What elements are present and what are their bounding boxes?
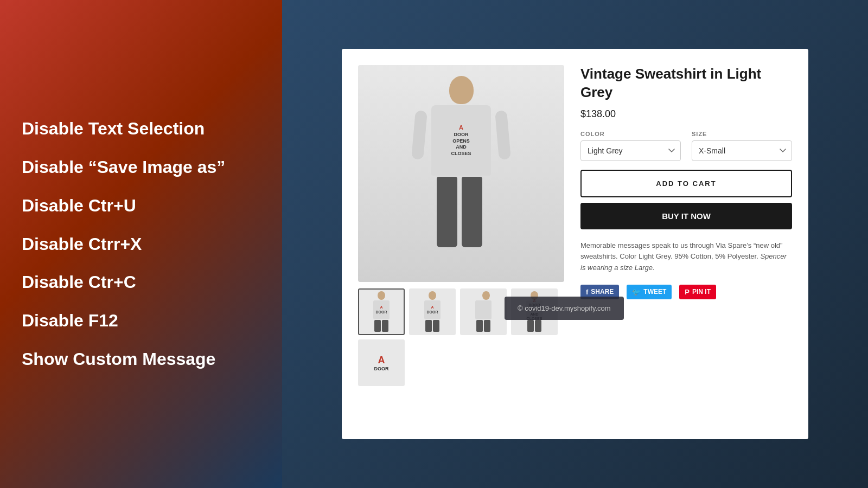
thumbnail-3[interactable] — [460, 288, 507, 335]
facebook-share-label: SHARE — [591, 288, 614, 296]
color-option-group: COLOR Light Grey Dark Grey Navy Black — [580, 131, 681, 161]
feature-item-5: Disable Ctr+C — [22, 266, 260, 299]
color-label: COLOR — [580, 131, 681, 137]
mini-leg-r1 — [382, 320, 388, 332]
product-card: ADOOROPENSANDCLOSES — [342, 49, 808, 439]
add-to-cart-button[interactable]: ADD TO CART — [580, 170, 792, 197]
main-product-image: ADOOROPENSANDCLOSES — [358, 65, 564, 282]
mini-legs-3 — [476, 320, 490, 332]
man-leg-right — [462, 177, 482, 247]
product-info: Vintage Sweatshirt in Light Grey $138.00… — [580, 65, 792, 386]
mini-head-3 — [482, 291, 490, 300]
man-leg-left — [437, 177, 457, 247]
image-section: ADOOROPENSANDCLOSES — [358, 65, 564, 386]
product-title: Vintage Sweatshirt in Light Grey — [580, 65, 792, 102]
mini-legs-4 — [527, 320, 541, 332]
buy-it-now-button[interactable]: BUY IT NOW — [580, 203, 792, 229]
feature-item-7: Show Custom Message — [22, 343, 260, 376]
man-arms — [423, 111, 499, 159]
man-legs — [437, 177, 486, 247]
size-option-group: SIZE X-Small Small Medium Large X-Large — [692, 131, 792, 161]
mini-leg-l1 — [374, 320, 381, 332]
mini-body-3 — [475, 300, 492, 319]
mini-head-1 — [378, 291, 385, 300]
thumb-text-2: ADOOR — [427, 305, 438, 314]
feature-item-1: Disable Text Selection — [22, 112, 260, 145]
thumb-letter-a: A — [378, 355, 385, 365]
left-panel: Disable Text Selection Disable “Save Ima… — [0, 0, 282, 488]
twitter-icon: 🐦 — [632, 288, 641, 296]
mini-leg-l3 — [476, 320, 483, 332]
mini-body-2: ADOOR — [424, 300, 441, 319]
thumbnail-5-content: A DOOR — [374, 355, 389, 371]
pinterest-icon: P — [685, 288, 690, 296]
man-head — [449, 76, 474, 104]
mini-legs-2 — [425, 320, 439, 332]
thumbnail-row-2: A DOOR — [358, 339, 564, 386]
mini-leg-l2 — [425, 320, 432, 332]
mini-figure-3 — [473, 291, 494, 332]
feature-item-6: Disable F12 — [22, 304, 260, 337]
twitter-share-button[interactable]: 🐦 TWEET — [627, 285, 672, 299]
mini-leg-r4 — [535, 320, 541, 332]
man-body: ADOOROPENSANDCLOSES — [431, 105, 491, 176]
product-layout: ADOOROPENSANDCLOSES — [358, 65, 792, 386]
size-label: SIZE — [692, 131, 792, 137]
thumbnail-1[interactable]: ADOOR — [358, 288, 405, 335]
options-row: COLOR Light Grey Dark Grey Navy Black SI… — [580, 131, 792, 161]
product-price: $138.00 — [580, 108, 792, 120]
thumb-text-1: ADOOR — [376, 305, 387, 314]
mini-head-2 — [429, 291, 436, 300]
twitter-share-label: TWEET — [643, 288, 666, 296]
product-description: Memorable messages speak to us through V… — [580, 240, 792, 274]
color-select[interactable]: Light Grey Dark Grey Navy Black — [580, 140, 681, 161]
feature-item-2: Disable “Save Image as” — [22, 151, 260, 184]
man-figure: ADOOROPENSANDCLOSES — [418, 76, 505, 271]
pinterest-share-button[interactable]: P PIN IT — [679, 285, 716, 299]
thumb-word-door: DOOR — [374, 366, 389, 371]
thumbnail-2[interactable]: ADOOR — [409, 288, 456, 335]
pinterest-share-label: PIN IT — [692, 288, 711, 296]
man-arm-left — [411, 110, 427, 160]
mini-legs-1 — [374, 320, 388, 332]
mini-leg-r3 — [484, 320, 490, 332]
mini-figure-2: ADOOR — [422, 291, 443, 332]
man-arm-right — [495, 110, 511, 160]
main-image-placeholder: ADOOROPENSANDCLOSES — [358, 65, 564, 282]
feature-item-3: Disable Ctr+U — [22, 189, 260, 222]
feature-item-4: Disable Ctrr+X — [22, 228, 260, 261]
right-panel: ADOOROPENSANDCLOSES — [282, 0, 868, 488]
mini-leg-l4 — [527, 320, 534, 332]
watermark-overlay: © covid19-dev.myshopify.com — [505, 297, 624, 320]
mini-leg-r2 — [433, 320, 439, 332]
size-select[interactable]: X-Small Small Medium Large X-Large — [692, 140, 792, 161]
mini-figure-1: ADOOR — [371, 291, 392, 332]
facebook-icon: f — [586, 288, 588, 296]
thumbnail-5[interactable]: A DOOR — [358, 339, 405, 386]
product-description-text: Memorable messages speak to us through V… — [580, 241, 782, 261]
mini-body-1: ADOOR — [373, 300, 390, 319]
